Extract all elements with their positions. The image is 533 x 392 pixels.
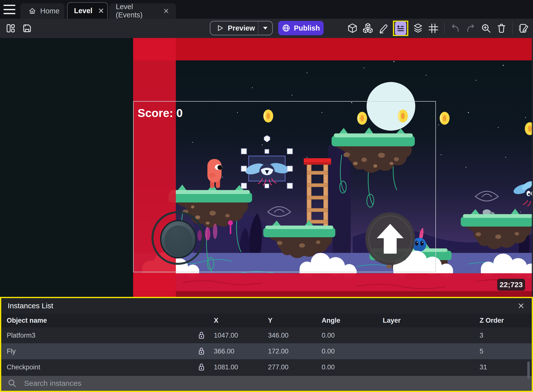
globe-icon [282,24,290,32]
instance-z-order: 3 [480,332,532,339]
search-input[interactable] [24,379,526,388]
panel-scrollbar[interactable] [527,361,530,379]
column-z-order: Z Order [480,317,532,324]
table-row[interactable]: Checkpoint 1081.00 277.00 0.00 31 [1,359,532,375]
instance-x: 366.00 [214,348,268,355]
preview-button[interactable]: Preview [210,21,273,35]
table-row-selected[interactable]: Fly 366.00 172.00 0.00 5 [1,343,532,359]
table-header: Object name X Y Angle Layer Z Order [1,314,532,327]
unlock-icon[interactable] [196,362,206,372]
column-x: X [214,317,268,324]
tab-level-events-label: Level (Events) [116,3,157,19]
unlock-icon[interactable] [196,330,206,340]
tab-home-label: Home [40,7,59,15]
layout-panels-icon[interactable] [5,23,16,34]
instance-angle: 0.00 [322,348,383,355]
score-text: Score: 0 [138,107,183,119]
menu-icon[interactable] [3,4,15,15]
instance-angle: 0.00 [322,332,383,339]
panel-title: Instances List [8,302,517,310]
delete-trash-icon[interactable] [496,23,507,34]
publish-button[interactable]: Publish [278,21,324,35]
scene-canvas[interactable]: Score: 0 22;723 [0,38,533,297]
preview-dropdown-button[interactable] [258,21,272,35]
scene-render[interactable]: Score: 0 22;723 [133,38,533,297]
moon[interactable] [367,82,415,131]
column-layer: Layer [383,317,480,324]
scene-properties-icon[interactable] [518,23,529,34]
toolbar-divider [444,22,445,34]
instance-z-order: 5 [480,348,532,355]
instance-name: Platform3 [7,332,189,339]
instances-list-icon [395,21,406,35]
canvas-right-edge [532,38,533,297]
instance-x: 1047.00 [214,332,268,339]
home-icon [28,7,36,15]
publish-label: Publish [294,24,320,32]
instance-angle: 0.00 [322,363,383,371]
preview-label: Preview [228,24,255,32]
cube-3d-icon[interactable] [347,23,358,34]
layers-icon[interactable] [412,23,424,34]
instances-list-panel: Instances List Object name X Y Angle Lay… [0,297,533,392]
zoom-in-icon[interactable] [480,23,492,34]
unlock-icon[interactable] [196,346,206,356]
cursor-coordinates-badge: 22;723 [497,279,525,291]
search-bar [1,376,532,391]
grid-icon[interactable] [428,23,439,34]
tab-home[interactable]: Home [20,3,65,19]
tab-level-events[interactable]: Level (Events) [109,3,176,19]
close-icon[interactable] [98,7,104,14]
tab-level-label: Level [74,7,92,15]
column-object-name: Object name [7,317,189,324]
toolbar-divider [512,22,513,34]
selected-fly-instance[interactable] [244,156,290,185]
tab-level[interactable]: Level [67,2,108,19]
objects-cubes-icon[interactable] [362,23,374,34]
instance-y: 346.00 [268,332,322,339]
jump-button[interactable] [365,212,415,265]
instance-x: 1081.00 [214,363,268,371]
redo-icon[interactable] [465,23,476,34]
app-window: Home Level Level (Events) [0,0,533,392]
instance-name: Fly [7,348,189,355]
chevron-down-icon [262,26,268,30]
edit-pencil-icon[interactable] [378,23,389,34]
save-icon[interactable] [21,23,33,34]
close-panel-icon[interactable] [517,302,525,310]
play-icon [216,24,224,32]
search-icon [7,378,17,388]
instances-list-toggle-highlighted[interactable] [393,21,408,36]
column-y: Y [268,317,322,324]
table-row[interactable]: Platform3 1047.00 346.00 0.00 3 [1,327,532,343]
undo-icon[interactable] [450,23,461,34]
instance-name: Checkpoint [7,363,189,371]
instance-z-order: 31 [480,363,532,371]
svg-text:22;723: 22;723 [499,280,523,289]
column-angle: Angle [322,317,383,324]
instance-y: 277.00 [268,363,322,371]
instance-y: 172.00 [268,348,322,355]
tab-bar: Home Level Level (Events) [0,0,533,19]
toolbar: Preview Publish [0,19,533,38]
close-icon[interactable] [163,8,169,14]
